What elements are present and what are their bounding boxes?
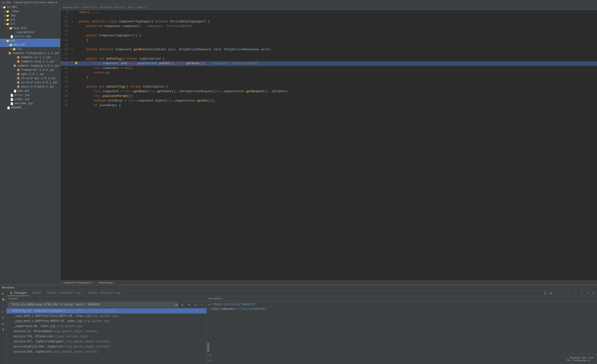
sidebar-item-README[interactable]: 📄README... <box>0 106 60 110</box>
expand-arrow-web[interactable]: ▼ <box>4 40 6 42</box>
code-line-20: 20→ public abstract Component getBean(Va… <box>61 47 597 52</box>
frame-item-0[interactable]: ✓doEndTag:36, ComponentTagSupport(org.ap… <box>7 308 206 314</box>
frame-method-8: service:329, JspServlet <box>14 350 52 354</box>
sidebar-item-index.jsp[interactable]: 📄index.jsp <box>0 97 60 102</box>
side-step-btn[interactable]: ↓ <box>1 303 6 308</box>
sidebar-item-s2-001[interactable]: ▼📁s2-001 <box>0 5 60 9</box>
thread-dropdown[interactable]: "http-nio-8080-exec-4"@2,456 in group "m… <box>8 302 179 307</box>
sidebar-item-commons-fileupload[interactable]: 📦commons-fileupload-1.1.1.jar <box>0 51 60 55</box>
code-content[interactable]: 8import ...;1314→public abstract class C… <box>61 10 597 280</box>
sidebar-item-img[interactable]: ▶📁img <box>0 14 60 18</box>
sidebar-item-struts2-api[interactable]: 📦struts2-api-2.0.1.jar <box>0 76 60 80</box>
var-item-1[interactable]: ∞this.component = {TextField@4240} <box>207 307 597 311</box>
side-stop-btn[interactable]: ⏹ <box>1 297 6 302</box>
frames-up-btn[interactable]: ▲ <box>180 302 185 307</box>
var-item-0[interactable]: ▶≡this = {TextFieldTag@4239} <box>207 302 597 307</box>
frames-plus-btn[interactable]: + <box>199 302 204 307</box>
sidebar-item-org.test[interactable]: ▼📁org.test <box>0 26 60 30</box>
line-number-24: 24 <box>61 66 70 71</box>
tab-server[interactable]: Server <box>30 291 45 296</box>
toolbar-list-icon[interactable]: ☰ <box>542 291 548 296</box>
breadcrumb-method: doEndTag() <box>99 281 114 284</box>
frame-item-2[interactable]: _jspx_meth_s_005fform_005f0:18, index_js… <box>7 319 206 324</box>
line-number-17: 17 <box>61 33 70 38</box>
bulb-23[interactable]: 💡 <box>74 61 78 66</box>
sidebar-item-commons-lang[interactable]: 📦commons-lang-2.1.jar <box>0 60 60 64</box>
toolbar-runtocursor-icon[interactable]: ⇥ <box>579 291 584 296</box>
frames-down-btn[interactable]: ▼ <box>186 302 191 307</box>
expand-arrow-idea[interactable]: ▶ <box>4 10 6 13</box>
frame-item-4[interactable]: service:71, HttpJspBase(org.apache.jaspe… <box>7 329 206 334</box>
var-infinity-btn[interactable]: ∞ <box>208 358 212 363</box>
toolbar-stepinto-icon[interactable]: ↓ <box>567 291 572 296</box>
sidebar-item-src[interactable]: ▼📁src <box>0 22 60 26</box>
tab-close-Tomcat Localhost Log[interactable]: × <box>82 292 83 294</box>
code-line-25: 25 return 6; <box>61 71 597 75</box>
sidebar-item-commons-io[interactable]: 📦commons-io-1.1.jar <box>0 55 60 60</box>
sidebar-item-welcome.jsp[interactable]: 📄welcome.jsp <box>0 102 60 106</box>
frame-item-1[interactable]: _jspx_meth_s_005ftextfield_005f1:18, ind… <box>7 314 206 319</box>
tab-tomcat-localhost-log[interactable]: Tomcat Localhost Log× <box>45 291 86 296</box>
sidebar-item-LoginActoin[interactable]: ☕LoginActoin <box>0 30 60 34</box>
side-pause-btn[interactable]: ⏸ <box>1 327 6 332</box>
sidebar-item-commons-logging[interactable]: 📦commons-logging-1.0.4.jar <box>0 64 60 68</box>
sidebar-item-idea[interactable]: ▶📁.idea <box>0 9 60 14</box>
line-content-26: } <box>78 75 597 80</box>
frame-item-5[interactable]: service:733, HttpServlet(javax.servlet.h… <box>7 334 206 339</box>
side-debug-btn[interactable]: ▶ <box>1 321 6 326</box>
toolbar-breakpoints-icon[interactable]: ⊡ <box>591 291 596 296</box>
expand-arrow-s2-001[interactable]: ▼ <box>1 6 2 9</box>
sidebar-item-error.jsp[interactable]: 📄error.jsp <box>0 93 60 97</box>
file-icon-src: 📁 <box>6 23 9 26</box>
frame-item-8[interactable]: service:329, JspServlet(org.apache.jaspe… <box>7 349 206 355</box>
sidebar-item-web.xml[interactable]: 📄web.xml <box>0 89 60 93</box>
sidebar-item-struts.xml[interactable]: 📄struts.xml <box>0 34 60 39</box>
toolbar-stepout-icon[interactable]: ↑ <box>561 291 566 296</box>
code-line-18: 18 } <box>61 38 597 43</box>
sidebar-item-freemarker[interactable]: 📦freemarker-2.3.4.jar <box>0 68 60 72</box>
sidebar-item-web[interactable]: ▼📁web <box>0 39 60 43</box>
side-resume-btn[interactable]: ▶ <box>1 291 6 296</box>
frames-panel-header: Frames <box>7 296 206 301</box>
frames-filter-btn[interactable]: ⊟ <box>193 302 198 307</box>
file-icon-web: 📁 <box>6 39 9 42</box>
toolbar-forceinto-icon[interactable]: ⤵ <box>573 291 578 296</box>
code-line-15: 15 protected Component component; compon… <box>61 24 597 29</box>
side-settings-btn[interactable]: ⚙ <box>1 315 6 320</box>
expand-arrow-img[interactable]: ▶ <box>4 14 6 17</box>
tab-debugger[interactable]: 🐛Debugger <box>8 290 30 296</box>
sidebar-item-struts2-core[interactable]: 📦struts2-core-2.0.1.jar <box>0 80 60 85</box>
line-number-14: 14 <box>61 19 70 24</box>
expand-arrow-src[interactable]: ▼ <box>4 23 6 25</box>
expand-arrow-WEB-INF[interactable]: ▼ <box>8 44 9 46</box>
breadcrumb-class: ComponentTagSupport <box>63 281 92 284</box>
sidebar-item-ognl[interactable]: 📦ognl-2.6.7.jar <box>0 72 60 76</box>
toolbar-resume-icon[interactable]: ▶ <box>549 291 554 296</box>
var-expand-0[interactable]: ▶ <box>208 303 210 306</box>
toolbar-eval-icon[interactable]: ≡ <box>585 291 590 296</box>
sidebar-item-WEB-INF[interactable]: ▼📁WEB-INF <box>0 43 60 47</box>
frame-item-6[interactable]: service:477, JspServletWrapper(org.apach… <box>7 339 206 344</box>
sidebar-item-out[interactable]: ▶📁out <box>0 18 60 22</box>
var-name-0: this <box>213 303 220 306</box>
frame-item-3[interactable]: _jspService:16, index_jsp(org.apache.jsp… <box>7 324 206 329</box>
side-bookmark-btn[interactable]: ⇕ <box>1 309 6 314</box>
line-content-18: } <box>78 38 597 43</box>
frame-location-5: (javax.servlet.http) <box>55 335 88 338</box>
expand-arrow-lib[interactable]: ▼ <box>11 48 12 50</box>
frame-item-7[interactable]: serviceJspFile:385, JspServlet(org.apach… <box>7 344 206 349</box>
sidebar-item-xwork[interactable]: 📦xwork-2.0.beta-1.jar <box>0 85 60 89</box>
tab-tomcat-catalina-log[interactable]: Tomcat Catalina Log× <box>86 291 125 296</box>
expand-arrow-org.test[interactable]: ▼ <box>8 27 9 30</box>
object-icon-0: ≡ <box>211 303 212 306</box>
sidebar-label-out: out <box>10 18 15 21</box>
code-line-19: 19 <box>61 43 597 47</box>
toolbar-stepover-icon[interactable]: ↷ <box>555 291 560 296</box>
var-copy-btn[interactable]: ⧉ <box>208 353 212 357</box>
expand-arrow-out[interactable]: ▶ <box>4 18 6 21</box>
tab-close-Tomcat Catalina Log[interactable]: × <box>121 292 123 294</box>
frames-toolbar: "http-nio-8080-exec-4"@2,456 in group "m… <box>7 301 206 308</box>
file-icon-commons-io: 📦 <box>17 56 20 59</box>
sidebar-label-struts2-core: struts2-core-2.0.1.jar <box>21 81 58 84</box>
sidebar-item-lib[interactable]: ▼📁lib <box>0 47 60 51</box>
